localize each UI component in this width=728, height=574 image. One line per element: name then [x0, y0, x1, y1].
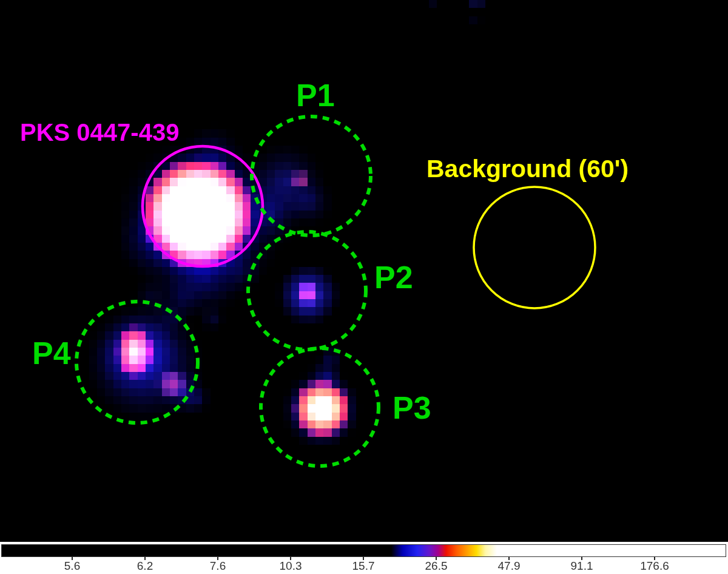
region-circle-pks	[143, 146, 263, 266]
region-overlay	[0, 0, 728, 542]
region-circle-background	[474, 187, 595, 308]
colorbar-tick-label-8: 176.6	[640, 559, 669, 573]
region-label-p4: P4	[32, 337, 71, 369]
colorbar-tick-label-0: 5.6	[64, 559, 80, 573]
region-label-p3: P3	[393, 392, 431, 424]
colorbar-tick-label-6: 47.9	[498, 559, 521, 573]
colorbar-tick-label-5: 26.5	[425, 559, 448, 573]
region-circle-p3	[261, 348, 379, 466]
colorbar-gradient	[1, 544, 726, 557]
colorbar-tick-label-2: 7.6	[210, 559, 226, 573]
region-circle-p2	[248, 232, 366, 349]
region-label-background: Background (60')	[426, 157, 629, 181]
region-label-p1: P1	[296, 79, 335, 111]
region-circle-p4	[76, 302, 198, 423]
colorbar: 5.66.27.610.315.726.547.991.1176.6	[0, 542, 728, 574]
sky-image: PKS 0447-439P1P2P3P4Background (60')	[0, 0, 728, 542]
colorbar-tick-label-7: 91.1	[571, 559, 593, 573]
region-label-pks: PKS 0447-439	[20, 120, 179, 144]
xray-field-figure: PKS 0447-439P1P2P3P4Background (60') 5.6…	[0, 0, 728, 574]
colorbar-tick-label-3: 10.3	[280, 559, 302, 573]
colorbar-tick-label-4: 15.7	[352, 559, 375, 573]
region-circle-p1	[252, 116, 371, 235]
colorbar-tick-label-1: 6.2	[137, 559, 153, 573]
region-label-p2: P2	[374, 262, 413, 293]
